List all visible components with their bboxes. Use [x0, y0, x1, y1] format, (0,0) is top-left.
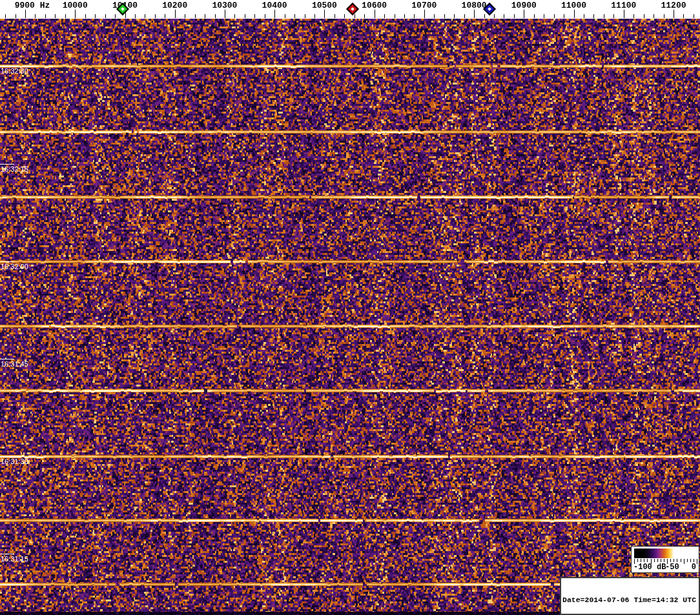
freq-major-tick — [375, 10, 375, 18]
freq-minor-tick — [644, 14, 644, 18]
freq-label-11000: 11000 — [561, 1, 586, 10]
freq-minor-tick — [105, 14, 106, 18]
freq-minor-tick — [444, 14, 445, 18]
colorbar-label-mid: -50 — [665, 563, 679, 572]
freq-minor-tick — [35, 14, 36, 18]
freq-minor-tick — [234, 14, 235, 18]
colorbar-tick — [637, 559, 638, 562]
freq-minor-tick — [593, 14, 594, 18]
freq-minor-tick — [5, 14, 6, 18]
freq-minor-tick — [55, 14, 56, 18]
frequency-axis: 9900 Hz100001010010200103001040010500106… — [0, 0, 700, 19]
freq-minor-tick — [683, 14, 684, 18]
freq-label-10900: 10900 — [511, 1, 537, 10]
freq-minor-tick — [654, 14, 654, 18]
freq-minor-tick — [45, 14, 46, 18]
freq-minor-tick — [344, 14, 345, 18]
freq-major-tick — [225, 10, 225, 18]
freq-major-tick — [75, 10, 76, 18]
freq-major-tick — [25, 10, 26, 18]
freq-label-10400: 10400 — [262, 1, 287, 10]
freq-minor-tick — [205, 14, 205, 18]
freq-minor-tick — [514, 14, 515, 18]
colorbar-tick — [674, 559, 674, 562]
freq-minor-tick — [294, 14, 295, 18]
freq-minor-tick — [504, 14, 504, 18]
freq-major-tick — [574, 10, 575, 18]
freq-label-11100: 11100 — [611, 1, 636, 10]
red-marker-diamond-icon[interactable] — [346, 3, 359, 15]
freq-label-10700: 10700 — [411, 1, 437, 10]
freq-minor-tick — [145, 14, 145, 18]
spectrogram-waterfall — [0, 19, 700, 615]
colorbar-tick — [654, 559, 655, 562]
green-marker-diamond-icon[interactable] — [116, 3, 129, 15]
freq-major-tick — [624, 10, 624, 18]
freq-label-10000: 10000 — [63, 1, 88, 10]
freq-minor-tick — [544, 14, 544, 18]
blue-marker-diamond-icon[interactable] — [483, 3, 496, 15]
colorbar-legend: -100 dB -50 0 — [631, 546, 699, 573]
freq-minor-tick — [454, 14, 455, 18]
freq-minor-tick — [155, 14, 156, 18]
freq-label-10600: 10600 — [362, 1, 387, 10]
freq-minor-tick — [195, 14, 196, 18]
freq-minor-tick — [414, 14, 415, 18]
colorbar-label-min: -100 dB — [633, 563, 666, 572]
freq-major-tick — [324, 10, 325, 18]
status-info-box: Date=2014-07-06 Time=14:32 UTC Freq=143 … — [560, 577, 700, 615]
colorbar-tick — [677, 559, 677, 562]
spectrogram-screen: 9900 Hz100001010010200103001040010500106… — [0, 0, 700, 615]
freq-minor-tick — [265, 14, 265, 18]
freq-label-9900: 9900 Hz — [15, 1, 50, 10]
freq-minor-tick — [434, 14, 435, 18]
freq-major-tick — [424, 10, 425, 18]
colorbar-tick — [644, 559, 644, 562]
freq-minor-tick — [404, 14, 405, 18]
colorbar-tick — [661, 559, 661, 562]
info-date-time: Date=2014-07-06 Time=14:32 UTC — [562, 596, 697, 604]
colorbar-tick — [647, 559, 648, 562]
colorbar-labels: -100 dB -50 0 — [632, 563, 699, 572]
freq-major-tick — [175, 10, 176, 18]
freq-major-tick — [674, 10, 674, 18]
freq-major-tick — [474, 10, 475, 18]
freq-minor-tick — [135, 14, 136, 18]
freq-minor-tick — [464, 14, 465, 18]
freq-minor-tick — [245, 14, 245, 18]
freq-minor-tick — [613, 14, 614, 18]
freq-minor-tick — [165, 14, 165, 18]
freq-label-11200: 11200 — [661, 1, 686, 10]
colorbar-tick — [670, 559, 671, 562]
colorbar-gradient — [634, 549, 696, 558]
freq-minor-tick — [395, 14, 395, 18]
freq-label-10200: 10200 — [162, 1, 187, 10]
colorbar-tick — [664, 559, 664, 562]
freq-minor-tick — [364, 14, 365, 18]
freq-minor-tick — [664, 14, 664, 18]
freq-minor-tick — [314, 14, 315, 18]
colorbar-tick — [641, 559, 641, 562]
freq-minor-tick — [335, 14, 335, 18]
colorbar-tick — [687, 559, 688, 562]
colorbar-tick — [690, 559, 691, 562]
freq-minor-tick — [554, 14, 555, 18]
freq-minor-tick — [305, 14, 305, 18]
freq-minor-tick — [384, 14, 385, 18]
freq-minor-tick — [85, 14, 86, 18]
freq-minor-tick — [633, 14, 634, 18]
freq-major-tick — [524, 10, 524, 18]
freq-major-tick — [274, 10, 275, 18]
freq-minor-tick — [604, 14, 604, 18]
freq-label-10300: 10300 — [212, 1, 237, 10]
freq-minor-tick — [215, 14, 216, 18]
colorbar-tick — [657, 559, 658, 562]
freq-minor-tick — [285, 14, 285, 18]
freq-label-10500: 10500 — [312, 1, 337, 10]
freq-minor-tick — [65, 14, 66, 18]
freq-minor-tick — [254, 14, 255, 18]
freq-minor-tick — [185, 14, 185, 18]
freq-minor-tick — [95, 14, 96, 18]
freq-minor-tick — [15, 14, 16, 18]
colorbar-label-max: 0 — [692, 563, 696, 572]
